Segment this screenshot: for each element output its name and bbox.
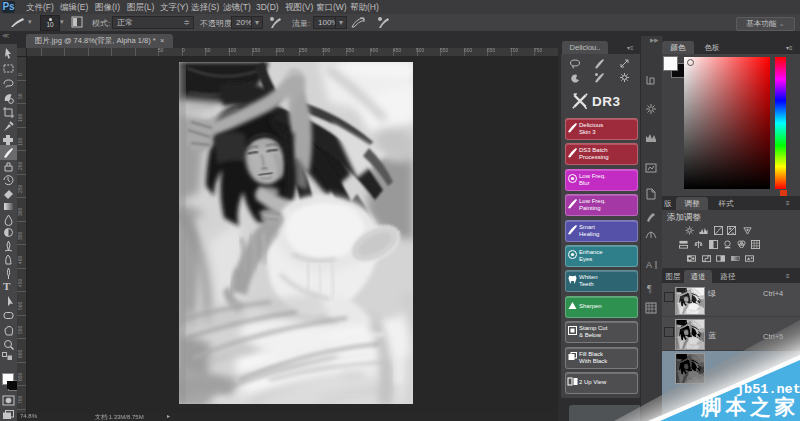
svg-text:脚本之家: 脚本之家 [700, 395, 799, 418]
